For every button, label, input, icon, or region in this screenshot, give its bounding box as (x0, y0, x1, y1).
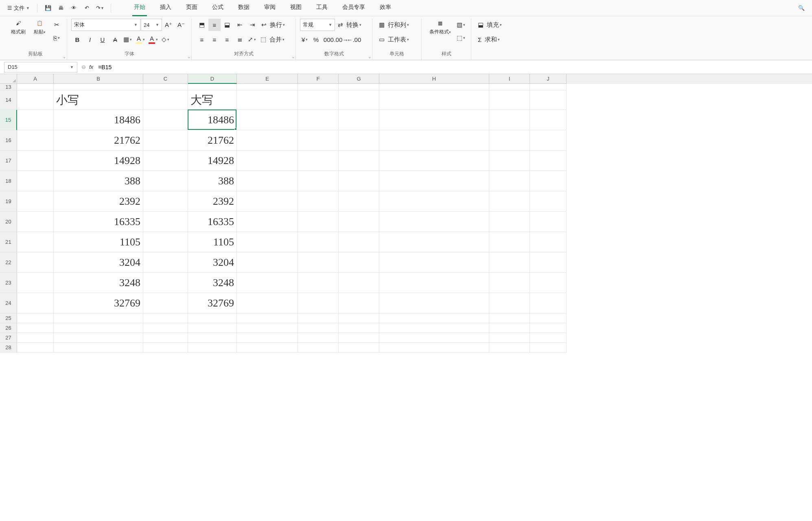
cell-I18[interactable] (489, 171, 530, 191)
cell-C14[interactable] (143, 90, 188, 110)
cell-E19[interactable] (237, 191, 298, 212)
cell-G15[interactable] (339, 110, 379, 130)
cell-H19[interactable] (379, 191, 489, 212)
fx-icon[interactable]: fx (89, 64, 93, 70)
cell-I17[interactable] (489, 151, 530, 171)
cell-B20[interactable]: 16335 (54, 212, 143, 232)
cell-H14[interactable] (379, 90, 489, 110)
cell-B22[interactable]: 3204 (54, 252, 143, 273)
cell-G20[interactable] (339, 212, 379, 232)
increase-decimal-button[interactable]: .00→ (335, 33, 347, 46)
cell-B15[interactable]: 18486 (54, 110, 143, 130)
cell-I24[interactable] (489, 293, 530, 313)
row-header-24[interactable]: 24 (0, 293, 17, 313)
expand-icon[interactable]: ⌄ (187, 55, 190, 59)
cell-B17[interactable]: 14928 (54, 151, 143, 171)
font-color-button[interactable]: A▾ (147, 33, 160, 46)
cell-C21[interactable] (143, 232, 188, 252)
cell-J27[interactable] (530, 333, 567, 343)
cell-E21[interactable] (237, 232, 298, 252)
cell-F17[interactable] (298, 151, 339, 171)
cell-J19[interactable] (530, 191, 567, 212)
cell-A20[interactable] (17, 212, 54, 232)
cell-F25[interactable] (298, 313, 339, 323)
select-all-corner[interactable]: ◢ (0, 74, 17, 84)
cell-G26[interactable] (339, 323, 379, 333)
row-header-25[interactable]: 25 (0, 313, 17, 323)
cell-G17[interactable] (339, 151, 379, 171)
rows-cols-button[interactable]: ▦ 行和列▾ (376, 19, 417, 31)
cell-J25[interactable] (530, 313, 567, 323)
cell-E16[interactable] (237, 130, 298, 151)
format-table-button[interactable]: ⬚▾ (455, 32, 467, 44)
decrease-font-button[interactable]: A⁻ (175, 19, 187, 31)
align-bottom-button[interactable]: ⬓ (221, 19, 233, 31)
cell-F20[interactable] (298, 212, 339, 232)
column-header-J[interactable]: J (530, 74, 567, 84)
align-middle-button[interactable]: ≡ (208, 19, 221, 31)
cell-E25[interactable] (237, 313, 298, 323)
cell-J15[interactable] (530, 110, 567, 130)
cell-G27[interactable] (339, 333, 379, 343)
row-header-26[interactable]: 26 (0, 323, 17, 333)
cell-J14[interactable] (530, 90, 567, 110)
column-header-H[interactable]: H (379, 74, 489, 84)
row-header-17[interactable]: 17 (0, 151, 17, 171)
cell-A18[interactable] (17, 171, 54, 191)
align-left-button[interactable]: ≡ (196, 33, 208, 46)
cell-A27[interactable] (17, 333, 54, 343)
cell-D19[interactable]: 2392 (188, 191, 237, 212)
row-header-20[interactable]: 20 (0, 212, 17, 232)
cell-D26[interactable] (188, 323, 237, 333)
cell-D16[interactable]: 21762 (188, 130, 237, 151)
cell-J22[interactable] (530, 252, 567, 273)
cell-C27[interactable] (143, 333, 188, 343)
italic-button[interactable]: I (84, 33, 96, 46)
row-header-13[interactable]: 13 (0, 84, 17, 90)
tab-页面[interactable]: 页面 (184, 0, 199, 16)
cell-J13[interactable] (530, 84, 567, 90)
cell-B24[interactable]: 32769 (54, 293, 143, 313)
cell-B25[interactable] (54, 313, 143, 323)
cell-G28[interactable] (339, 343, 379, 352)
cell-B19[interactable]: 2392 (54, 191, 143, 212)
cell-J24[interactable] (530, 293, 567, 313)
cell-E27[interactable] (237, 333, 298, 343)
cell-J28[interactable] (530, 343, 567, 352)
row-header-18[interactable]: 18 (0, 171, 17, 191)
column-header-E[interactable]: E (237, 74, 298, 84)
fill-button[interactable]: ⬓ 填充▾ (475, 19, 508, 31)
decrease-indent-button[interactable]: ⇤ (234, 19, 246, 31)
row-header-16[interactable]: 16 (0, 130, 17, 151)
cell-I14[interactable] (489, 90, 530, 110)
cell-A22[interactable] (17, 252, 54, 273)
expand-icon[interactable]: ⌄ (368, 55, 371, 59)
cell-I20[interactable] (489, 212, 530, 232)
cell-E14[interactable] (237, 90, 298, 110)
cut-button[interactable]: ✂ (50, 19, 63, 31)
expand-icon[interactable]: ⌄ (63, 55, 66, 59)
cell-I15[interactable] (489, 110, 530, 130)
highlight-button[interactable]: A▾ (134, 33, 147, 46)
clear-format-button[interactable]: ◇▾ (160, 33, 171, 46)
cell-A26[interactable] (17, 323, 54, 333)
align-top-button[interactable]: ⬒ (196, 19, 208, 31)
cell-E15[interactable] (237, 110, 298, 130)
cell-C25[interactable] (143, 313, 188, 323)
cell-I25[interactable] (489, 313, 530, 323)
row-header-14[interactable]: 14 (0, 90, 17, 110)
cell-H20[interactable] (379, 212, 489, 232)
row-header-27[interactable]: 27 (0, 333, 17, 343)
column-header-A[interactable]: A (17, 74, 54, 84)
number-format-select[interactable]: 常规▼ (300, 19, 335, 31)
cell-J26[interactable] (530, 323, 567, 333)
cell-style-button[interactable]: ▧▾ (455, 19, 467, 31)
cell-H26[interactable] (379, 323, 489, 333)
cell-I27[interactable] (489, 333, 530, 343)
undo-button[interactable]: ↶ (81, 2, 93, 14)
cell-D21[interactable]: 1105 (188, 232, 237, 252)
cell-F23[interactable] (298, 273, 339, 293)
cell-E28[interactable] (237, 343, 298, 352)
orientation-button[interactable]: ⤢▾ (246, 33, 258, 46)
tab-工具[interactable]: 工具 (315, 0, 329, 16)
